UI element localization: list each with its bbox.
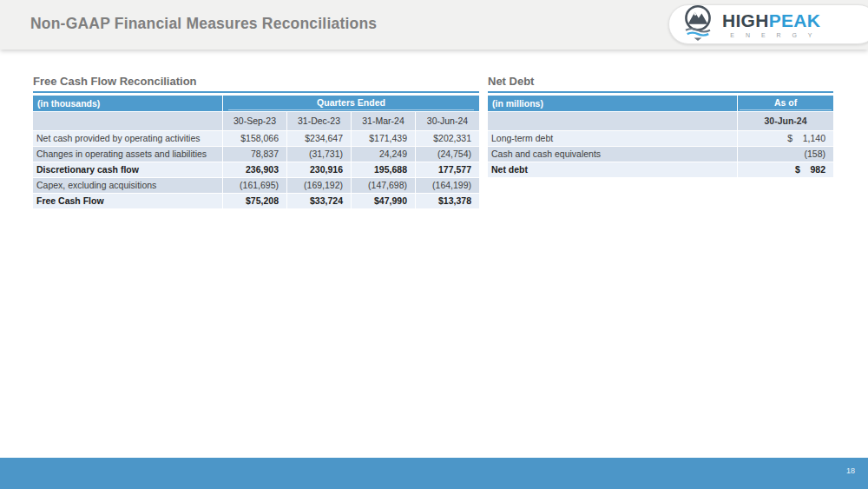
row-value: (24,754)	[416, 147, 479, 162]
footer-bar: 18	[0, 458, 868, 489]
fcf-col-header: 30-Sep-23	[223, 112, 286, 130]
logo-subtitle: E N E R G Y	[726, 32, 817, 38]
row-label: Net cash provided by operating activitie…	[33, 131, 222, 146]
row-value: $ 982	[738, 162, 833, 177]
row-value: (31,731)	[287, 147, 351, 162]
table-row: Net debt $ 982	[488, 162, 833, 177]
row-value: 177,577	[416, 162, 479, 177]
fcf-table-date-row: 30-Sep-23 31-Dec-23 31-Mar-24 30-Jun-24	[33, 112, 479, 130]
net-debt-section-title: Net Debt	[488, 75, 833, 93]
net-debt-date-row: 30-Jun-24	[488, 112, 833, 130]
page-title: Non-GAAP Financial Measures Reconciliati…	[30, 15, 377, 33]
fcf-col-header: 31-Mar-24	[352, 112, 415, 130]
header-band: Non-GAAP Financial Measures Reconciliati…	[0, 0, 868, 50]
fcf-table-body: Net cash provided by operating activitie…	[33, 131, 479, 208]
logo-brand-name: HIGHPEAK	[722, 11, 820, 30]
fcf-date-spacer	[33, 112, 222, 130]
row-value: $158,066	[223, 131, 286, 146]
fcf-section-title: Free Cash Flow Reconciliation	[33, 75, 479, 93]
fcf-table: (in thousands) Quarters Ended 30-Sep-23 …	[33, 96, 479, 208]
fcf-col-header: 31-Dec-23	[287, 112, 351, 130]
net-debt-section: Net Debt (in millions) As of 30-Jun-24 L…	[488, 75, 833, 178]
row-value: 230,916	[287, 162, 351, 177]
row-value: (158)	[738, 147, 833, 162]
row-value: $47,990	[352, 194, 415, 208]
table-row: Capex, excluding acquisitions (161,695) …	[33, 178, 479, 193]
fcf-col-header: 30-Jun-24	[416, 112, 479, 130]
table-row: Changes in operating assets and liabilit…	[33, 147, 479, 162]
row-value: (169,192)	[287, 178, 351, 193]
row-label: Discretionary cash flow	[33, 162, 222, 177]
row-value: $234,647	[287, 131, 351, 146]
row-value: $ 1,140	[738, 131, 833, 146]
row-label: Net debt	[488, 162, 737, 177]
net-debt-group-header: As of	[738, 96, 833, 111]
row-value: 195,688	[352, 162, 415, 177]
table-row: Free Cash Flow $75,208 $33,724 $47,990 $…	[33, 194, 479, 208]
row-value: (164,199)	[416, 178, 479, 193]
net-debt-unit-label: (in millions)	[488, 96, 737, 111]
net-debt-col-header: 30-Jun-24	[738, 112, 833, 130]
slide: Non-GAAP Financial Measures Reconciliati…	[0, 0, 868, 489]
row-label: Cash and cash equivalents	[488, 147, 737, 162]
net-debt-table: (in millions) As of 30-Jun-24 Long-term …	[488, 96, 833, 177]
row-value: $33,724	[287, 194, 351, 208]
page-number: 18	[846, 466, 855, 475]
fcf-table-header-row: (in thousands) Quarters Ended	[33, 96, 479, 111]
net-debt-header-row: (in millions) As of	[488, 96, 833, 111]
fcf-section: Free Cash Flow Reconciliation (in thousa…	[33, 75, 479, 209]
company-logo: HIGHPEAK E N E R G Y	[668, 4, 868, 44]
row-value: $202,331	[416, 131, 479, 146]
row-label: Changes in operating assets and liabilit…	[33, 147, 222, 162]
fcf-group-header: Quarters Ended	[223, 96, 479, 111]
row-value: 24,249	[352, 147, 415, 162]
row-value: $75,208	[223, 194, 286, 208]
row-value: 78,837	[223, 147, 286, 162]
table-row: Long-term debt $ 1,140	[488, 131, 833, 146]
mountain-icon	[680, 3, 716, 45]
row-value: $13,378	[416, 194, 479, 208]
row-value: (147,698)	[352, 178, 415, 193]
net-debt-date-spacer	[488, 112, 737, 130]
row-value: (161,695)	[223, 178, 286, 193]
table-row: Discretionary cash flow 236,903 230,916 …	[33, 162, 479, 177]
table-row: Net cash provided by operating activitie…	[33, 131, 479, 146]
row-label: Free Cash Flow	[33, 194, 222, 208]
fcf-unit-label: (in thousands)	[33, 96, 222, 111]
table-row: Cash and cash equivalents (158)	[488, 147, 833, 162]
net-debt-table-body: Long-term debt $ 1,140 Cash and cash equ…	[488, 131, 833, 177]
logo-wordmark: HIGHPEAK E N E R G Y	[722, 11, 820, 38]
row-label: Capex, excluding acquisitions	[33, 178, 222, 193]
row-value: $171,439	[352, 131, 415, 146]
row-label: Long-term debt	[488, 131, 737, 146]
row-value: 236,903	[223, 162, 286, 177]
